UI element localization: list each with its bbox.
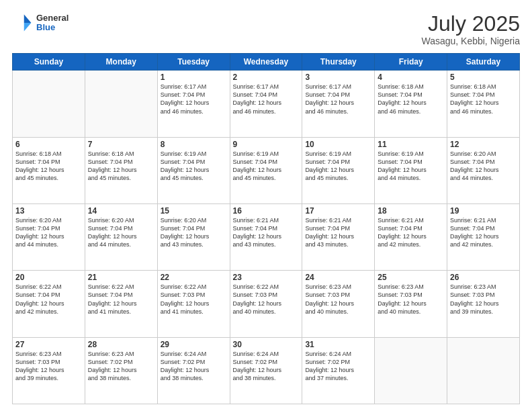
calendar-cell: 16Sunrise: 6:21 AM Sunset: 7:04 PM Dayli… — [230, 203, 302, 270]
calendar-cell: 1Sunrise: 6:17 AM Sunset: 7:04 PM Daylig… — [157, 71, 230, 137]
calendar-cell: 24Sunrise: 6:23 AM Sunset: 7:03 PM Dayli… — [302, 271, 375, 337]
svg-marker-0 — [24, 15, 32, 23]
calendar-cell: 29Sunrise: 6:24 AM Sunset: 7:02 PM Dayli… — [157, 337, 230, 404]
header: General Blue July 2025 Wasagu, Kebbi, Ni… — [12, 12, 520, 46]
calendar-cell: 19Sunrise: 6:21 AM Sunset: 7:04 PM Dayli… — [447, 203, 520, 270]
calendar-day-header: Sunday — [13, 54, 85, 71]
day-info: Sunrise: 6:17 AM Sunset: 7:04 PM Dayligh… — [305, 83, 371, 116]
day-number: 20 — [15, 273, 82, 282]
day-info: Sunrise: 6:22 AM Sunset: 7:04 PM Dayligh… — [88, 283, 154, 316]
day-number: 6 — [15, 140, 82, 149]
calendar-day-header: Tuesday — [157, 54, 230, 71]
calendar-cell: 12Sunrise: 6:20 AM Sunset: 7:04 PM Dayli… — [447, 137, 520, 203]
month-year: July 2025 — [421, 12, 520, 36]
logo-icon — [12, 12, 34, 34]
calendar-cell: 10Sunrise: 6:19 AM Sunset: 7:04 PM Dayli… — [302, 137, 375, 203]
svg-marker-1 — [24, 23, 32, 31]
day-number: 25 — [378, 273, 444, 282]
day-info: Sunrise: 6:19 AM Sunset: 7:04 PM Dayligh… — [233, 150, 300, 183]
day-number: 19 — [450, 206, 517, 216]
day-number: 26 — [450, 273, 517, 282]
day-number: 24 — [305, 273, 371, 282]
calendar-cell: 20Sunrise: 6:22 AM Sunset: 7:04 PM Dayli… — [13, 271, 85, 337]
calendar-day-header: Wednesday — [230, 54, 302, 71]
day-number: 28 — [88, 340, 154, 349]
day-number: 18 — [378, 206, 444, 216]
calendar-cell: 21Sunrise: 6:22 AM Sunset: 7:04 PM Dayli… — [85, 271, 157, 337]
calendar-cell: 6Sunrise: 6:18 AM Sunset: 7:04 PM Daylig… — [13, 137, 85, 203]
calendar-cell: 7Sunrise: 6:18 AM Sunset: 7:04 PM Daylig… — [85, 137, 157, 203]
calendar-cell: 2Sunrise: 6:17 AM Sunset: 7:04 PM Daylig… — [230, 71, 302, 137]
calendar-week-row: 6Sunrise: 6:18 AM Sunset: 7:04 PM Daylig… — [13, 137, 520, 203]
day-number: 2 — [233, 73, 300, 82]
day-number: 21 — [88, 273, 154, 282]
day-number: 11 — [378, 140, 444, 149]
day-info: Sunrise: 6:19 AM Sunset: 7:04 PM Dayligh… — [378, 150, 444, 183]
calendar-cell: 31Sunrise: 6:24 AM Sunset: 7:02 PM Dayli… — [302, 337, 375, 404]
day-number: 14 — [88, 206, 154, 216]
day-info: Sunrise: 6:19 AM Sunset: 7:04 PM Dayligh… — [305, 150, 371, 183]
calendar-cell: 18Sunrise: 6:21 AM Sunset: 7:04 PM Dayli… — [375, 203, 447, 270]
calendar-cell: 22Sunrise: 6:22 AM Sunset: 7:03 PM Dayli… — [157, 271, 230, 337]
day-info: Sunrise: 6:23 AM Sunset: 7:03 PM Dayligh… — [15, 350, 82, 383]
calendar-cell: 30Sunrise: 6:24 AM Sunset: 7:02 PM Dayli… — [230, 337, 302, 404]
day-number: 4 — [378, 73, 444, 82]
day-number: 30 — [233, 340, 300, 349]
page: General Blue July 2025 Wasagu, Kebbi, Ni… — [0, 0, 532, 411]
day-number: 16 — [233, 206, 300, 216]
day-number: 10 — [305, 140, 371, 149]
day-info: Sunrise: 6:17 AM Sunset: 7:04 PM Dayligh… — [161, 83, 227, 116]
day-number: 27 — [15, 340, 82, 349]
calendar-cell: 8Sunrise: 6:19 AM Sunset: 7:04 PM Daylig… — [157, 137, 230, 203]
day-number: 15 — [161, 206, 227, 216]
title-block: July 2025 Wasagu, Kebbi, Nigeria — [421, 12, 520, 46]
day-number: 1 — [161, 73, 227, 82]
day-info: Sunrise: 6:22 AM Sunset: 7:03 PM Dayligh… — [233, 283, 300, 316]
day-info: Sunrise: 6:23 AM Sunset: 7:02 PM Dayligh… — [88, 350, 154, 383]
calendar-day-header: Friday — [375, 54, 447, 71]
calendar-week-row: 1Sunrise: 6:17 AM Sunset: 7:04 PM Daylig… — [13, 71, 520, 137]
day-info: Sunrise: 6:23 AM Sunset: 7:03 PM Dayligh… — [378, 283, 444, 316]
calendar-cell — [13, 71, 85, 137]
calendar-week-row: 20Sunrise: 6:22 AM Sunset: 7:04 PM Dayli… — [13, 271, 520, 337]
day-number: 9 — [233, 140, 300, 149]
day-info: Sunrise: 6:20 AM Sunset: 7:04 PM Dayligh… — [15, 216, 82, 249]
day-number: 12 — [450, 140, 517, 149]
calendar-cell: 11Sunrise: 6:19 AM Sunset: 7:04 PM Dayli… — [375, 137, 447, 203]
calendar-cell: 25Sunrise: 6:23 AM Sunset: 7:03 PM Dayli… — [375, 271, 447, 337]
logo: General Blue — [12, 12, 69, 34]
calendar-cell — [375, 337, 447, 404]
day-info: Sunrise: 6:21 AM Sunset: 7:04 PM Dayligh… — [450, 216, 517, 249]
calendar-cell: 9Sunrise: 6:19 AM Sunset: 7:04 PM Daylig… — [230, 137, 302, 203]
day-number: 22 — [161, 273, 227, 282]
day-number: 8 — [161, 140, 227, 149]
day-info: Sunrise: 6:20 AM Sunset: 7:04 PM Dayligh… — [88, 216, 154, 249]
day-number: 17 — [305, 206, 371, 216]
day-info: Sunrise: 6:20 AM Sunset: 7:04 PM Dayligh… — [161, 216, 227, 249]
day-number: 3 — [305, 73, 371, 82]
calendar-cell: 5Sunrise: 6:18 AM Sunset: 7:04 PM Daylig… — [447, 71, 520, 137]
calendar-cell: 23Sunrise: 6:22 AM Sunset: 7:03 PM Dayli… — [230, 271, 302, 337]
calendar-week-row: 27Sunrise: 6:23 AM Sunset: 7:03 PM Dayli… — [13, 337, 520, 404]
day-info: Sunrise: 6:18 AM Sunset: 7:04 PM Dayligh… — [378, 83, 444, 116]
calendar-week-row: 13Sunrise: 6:20 AM Sunset: 7:04 PM Dayli… — [13, 203, 520, 270]
calendar-cell: 27Sunrise: 6:23 AM Sunset: 7:03 PM Dayli… — [13, 337, 85, 404]
day-info: Sunrise: 6:18 AM Sunset: 7:04 PM Dayligh… — [88, 150, 154, 183]
day-info: Sunrise: 6:18 AM Sunset: 7:04 PM Dayligh… — [15, 150, 82, 183]
day-info: Sunrise: 6:24 AM Sunset: 7:02 PM Dayligh… — [233, 350, 300, 383]
day-info: Sunrise: 6:23 AM Sunset: 7:03 PM Dayligh… — [305, 283, 371, 316]
calendar-day-header: Saturday — [447, 54, 520, 71]
day-info: Sunrise: 6:21 AM Sunset: 7:04 PM Dayligh… — [305, 216, 371, 249]
day-info: Sunrise: 6:22 AM Sunset: 7:03 PM Dayligh… — [161, 283, 227, 316]
day-number: 23 — [233, 273, 300, 282]
logo-general: General — [36, 13, 69, 23]
day-info: Sunrise: 6:20 AM Sunset: 7:04 PM Dayligh… — [450, 150, 517, 183]
calendar-header-row: SundayMondayTuesdayWednesdayThursdayFrid… — [13, 54, 520, 71]
day-number: 31 — [305, 340, 371, 349]
calendar-cell — [447, 337, 520, 404]
calendar-cell: 3Sunrise: 6:17 AM Sunset: 7:04 PM Daylig… — [302, 71, 375, 137]
calendar-cell: 17Sunrise: 6:21 AM Sunset: 7:04 PM Dayli… — [302, 203, 375, 270]
day-info: Sunrise: 6:23 AM Sunset: 7:03 PM Dayligh… — [450, 283, 517, 316]
calendar-cell: 13Sunrise: 6:20 AM Sunset: 7:04 PM Dayli… — [13, 203, 85, 270]
calendar-cell: 4Sunrise: 6:18 AM Sunset: 7:04 PM Daylig… — [375, 71, 447, 137]
